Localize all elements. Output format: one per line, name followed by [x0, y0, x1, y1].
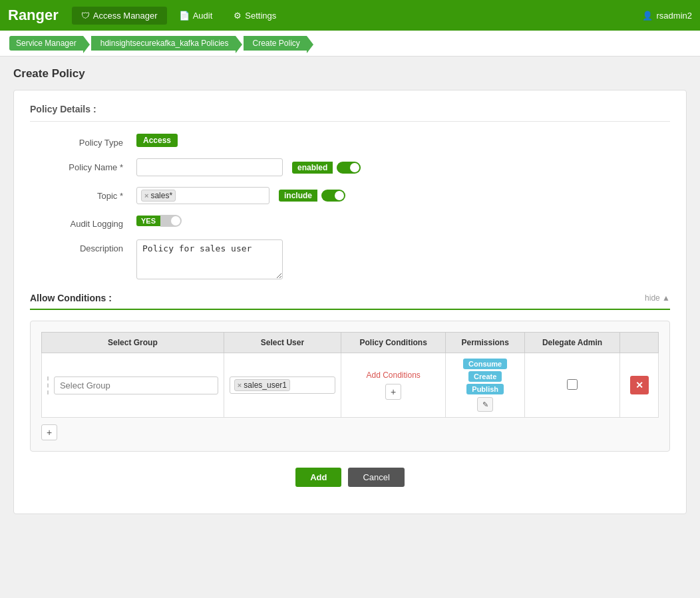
policy-type-control: Access — [136, 134, 670, 147]
enabled-toggle[interactable] — [337, 162, 361, 174]
breadcrumb-service-manager[interactable]: Service Manager — [9, 36, 83, 51]
user-tag-value: sales_user1 — [244, 380, 287, 390]
breadcrumb-create-policy[interactable]: Create Policy — [244, 36, 307, 51]
add-row-button[interactable]: + — [41, 424, 57, 440]
breadcrumb-policies-label: hdinsightsecurekafka_kafka Policies — [100, 39, 229, 48]
main-card: Policy Details : Policy Type Access Poli… — [13, 90, 687, 514]
top-nav: Ranger 🛡 Access Manager 📄 Audit ⚙ Settin… — [0, 0, 700, 31]
nav-items: 🛡 Access Manager 📄 Audit ⚙ Settings — [72, 7, 642, 25]
user-tag-remove[interactable]: × — [238, 381, 242, 389]
delete-row-button[interactable]: ✕ — [630, 376, 649, 394]
th-delegate-admin: Delegate Admin — [525, 333, 620, 353]
topic-tag-remove[interactable]: × — [144, 192, 148, 200]
enabled-toggle-wrap: enabled — [292, 162, 361, 174]
page-content: Create Policy Policy Details : Policy Ty… — [0, 57, 700, 525]
td-select-user: × sales_user1 — [224, 353, 341, 418]
username: rsadmin2 — [657, 11, 692, 21]
delegate-admin-checkbox[interactable] — [567, 379, 578, 390]
breadcrumb-service-manager-label: Service Manager — [16, 39, 77, 48]
topic-tag-value: sales* — [150, 191, 172, 200]
user-tag: × sales_user1 — [234, 379, 290, 391]
td-delete: ✕ — [620, 353, 659, 418]
include-toggle-wrap: include — [279, 190, 345, 202]
th-permissions: Permissions — [446, 333, 525, 353]
topic-row: Topic * × sales* include — [30, 187, 670, 204]
include-label: include — [279, 190, 317, 202]
policy-type-row: Policy Type Access — [30, 134, 670, 148]
nav-audit-label: Audit — [193, 11, 213, 21]
user-tag-input[interactable]: × sales_user1 — [230, 376, 335, 394]
doc-icon: 📄 — [179, 11, 190, 21]
th-select-user: Select User — [224, 333, 341, 353]
page-title: Create Policy — [13, 67, 687, 80]
hide-link[interactable]: hide ▲ — [645, 293, 670, 303]
conditions-table: Select Group Select User Policy Conditio… — [41, 332, 659, 418]
th-actions — [620, 333, 659, 353]
nav-settings-label: Settings — [245, 11, 276, 21]
audit-logging-control: YES — [136, 215, 670, 227]
policy-details-title: Policy Details : — [30, 104, 670, 122]
td-permissions: Consume Create Publish ✎ — [446, 353, 525, 418]
topic-label: Topic * — [30, 187, 136, 201]
topic-tag: × sales* — [141, 190, 176, 202]
audit-toggle[interactable] — [160, 215, 182, 227]
audit-toggle-wrap[interactable]: YES — [136, 215, 182, 227]
description-textarea[interactable]: Policy for sales user — [136, 239, 283, 279]
policy-name-label: Policy Name * — [30, 158, 136, 172]
allow-conditions-header: Allow Conditions : hide ▲ — [30, 293, 670, 310]
nav-access-manager-label: Access Manager — [93, 11, 158, 21]
policy-type-label: Policy Type — [30, 134, 136, 148]
perm-edit-button[interactable]: ✎ — [477, 397, 493, 412]
footer-actions: Add Cancel — [30, 468, 670, 500]
audit-logging-row: Audit Logging YES — [30, 215, 670, 229]
user-icon: 👤 — [642, 11, 653, 21]
shield-icon: 🛡 — [81, 11, 90, 21]
policy-type-badge: Access — [136, 134, 178, 147]
table-row: × sales_user1 Add Conditions + Consume — [42, 353, 659, 418]
nav-settings[interactable]: ⚙ Settings — [224, 7, 285, 25]
policy-name-control: hdi sales* policy enabled — [136, 158, 670, 176]
description-row: Description Policy for sales user — [30, 239, 670, 279]
breadcrumb: Service Manager hdinsightsecurekafka_kaf… — [0, 31, 700, 57]
perm-publish: Publish — [466, 384, 504, 394]
cancel-button[interactable]: Cancel — [348, 468, 404, 487]
add-conditions-plus[interactable]: + — [385, 384, 401, 400]
audit-logging-label: Audit Logging — [30, 215, 136, 229]
perm-create: Create — [468, 371, 502, 382]
audit-yes-label: YES — [136, 216, 160, 226]
include-toggle[interactable] — [321, 190, 345, 202]
nav-audit[interactable]: 📄 Audit — [170, 7, 222, 25]
description-control: Policy for sales user — [136, 239, 670, 279]
gear-icon: ⚙ — [234, 11, 242, 21]
add-conditions-link[interactable]: Add Conditions — [347, 371, 440, 380]
policy-name-input[interactable]: hdi sales* policy — [136, 158, 283, 176]
td-policy-conditions: Add Conditions + — [341, 353, 446, 418]
description-label: Description — [30, 239, 136, 253]
user-area: 👤 rsadmin2 — [642, 11, 692, 21]
nav-access-manager[interactable]: 🛡 Access Manager — [72, 7, 167, 25]
th-select-group: Select Group — [42, 333, 224, 353]
perm-badges: Consume Create Publish — [451, 359, 519, 394]
enabled-label: enabled — [292, 162, 333, 174]
td-select-group — [42, 353, 224, 418]
th-policy-conditions: Policy Conditions — [341, 333, 446, 353]
policy-name-row: Policy Name * hdi sales* policy enabled — [30, 158, 670, 176]
brand-logo: Ranger — [8, 7, 59, 24]
select-group-input[interactable] — [54, 376, 218, 394]
breadcrumb-policies[interactable]: hdinsightsecurekafka_kafka Policies — [91, 36, 236, 51]
td-delegate-admin — [525, 353, 620, 418]
breadcrumb-create-policy-label: Create Policy — [253, 39, 300, 48]
perm-consume: Consume — [463, 359, 507, 369]
allow-conditions-title: Allow Conditions : — [30, 293, 112, 303]
conditions-container: Select Group Select User Policy Conditio… — [30, 321, 670, 452]
topic-tag-input[interactable]: × sales* — [136, 187, 269, 204]
add-button[interactable]: Add — [295, 468, 341, 487]
topic-control: × sales* include — [136, 187, 670, 204]
